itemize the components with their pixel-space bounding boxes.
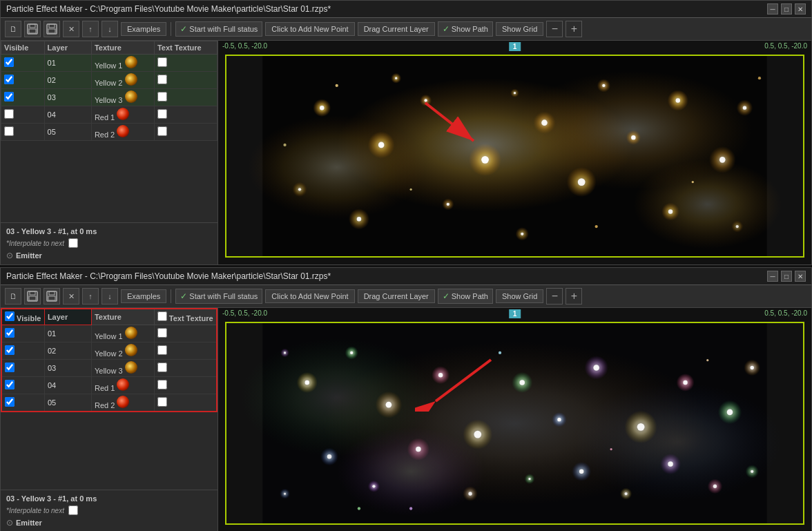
top-row3-text-check[interactable] <box>157 92 167 102</box>
top-row3-visible[interactable] <box>1 89 45 106</box>
top-zoom-out-icon[interactable]: − <box>546 21 563 37</box>
top-close-btn[interactable]: ✕ <box>795 3 806 15</box>
top-delete-icon[interactable]: ✕ <box>63 21 79 37</box>
top-row5-text[interactable] <box>154 124 217 141</box>
svg-point-93 <box>372 485 375 487</box>
table-row[interactable]: 02 Yellow 2 <box>1 342 217 360</box>
top-row5-check[interactable] <box>4 126 14 136</box>
svg-point-91 <box>327 454 331 458</box>
top-maximize-btn[interactable]: □ <box>781 3 792 15</box>
top-emitter-expand-icon[interactable]: ⊙ <box>6 251 13 260</box>
table-row[interactable]: 03 Yellow 3 <box>1 360 217 377</box>
top-save-icon[interactable] <box>44 21 60 37</box>
bottom-row4-check[interactable] <box>5 380 14 389</box>
top-row3-id: 03 <box>44 89 91 106</box>
bottom-up-icon[interactable]: ↑ <box>82 288 99 305</box>
bottom-close-btn[interactable]: ✕ <box>795 271 806 282</box>
bottom-show-path-btn[interactable]: ✓ Show Path <box>438 289 493 304</box>
top-col-texture: Texture <box>91 41 154 55</box>
bottom-row3-text[interactable] <box>154 360 217 377</box>
bottom-row2-text-check[interactable] <box>157 345 167 355</box>
bottom-row2-check[interactable] <box>5 345 14 355</box>
bottom-maximize-btn[interactable]: □ <box>781 271 792 282</box>
top-row4-visible[interactable] <box>1 106 45 124</box>
top-row2-check[interactable] <box>4 75 14 84</box>
table-row[interactable]: 05 Red 2 <box>1 124 218 141</box>
bottom-show-grid-btn[interactable]: Show Grid <box>496 289 543 303</box>
bottom-row1-visible[interactable] <box>1 325 44 342</box>
top-row5-text-check[interactable] <box>157 126 167 136</box>
bottom-row3-text-check[interactable] <box>157 363 167 372</box>
bottom-down-icon[interactable]: ↓ <box>102 288 118 305</box>
bottom-row3-check[interactable] <box>5 363 14 372</box>
top-row2-text-check[interactable] <box>157 75 167 84</box>
top-row3-check[interactable] <box>4 92 14 102</box>
table-row[interactable]: 03 Yellow 3 <box>1 89 218 106</box>
bottom-row1-text-check[interactable] <box>157 328 167 338</box>
top-row1-visible[interactable] <box>1 55 45 72</box>
top-row4-text[interactable] <box>154 106 217 124</box>
bottom-zoom-out-icon[interactable]: − <box>546 288 563 305</box>
top-new-icon[interactable]: 🗋 <box>5 21 21 37</box>
bottom-emitter-expand-icon[interactable]: ⊙ <box>6 518 13 528</box>
top-zoom-in-icon[interactable]: + <box>566 21 582 37</box>
top-start-full-btn[interactable]: ✓ Start with Full status <box>175 21 262 37</box>
bottom-save-icon[interactable] <box>44 288 60 305</box>
table-row[interactable]: 02 Yellow 2 <box>1 72 218 89</box>
top-row1-check[interactable] <box>4 57 14 67</box>
bottom-text-all-check[interactable] <box>157 311 167 321</box>
top-row4-text-check[interactable] <box>157 109 167 119</box>
top-row5-visible[interactable] <box>1 124 45 141</box>
bottom-row2-text[interactable] <box>154 342 217 360</box>
table-row[interactable]: 04 Red 1 <box>1 377 217 394</box>
bottom-start-full-check: ✓ <box>180 291 187 301</box>
top-row3-text[interactable] <box>154 89 217 106</box>
top-down-icon[interactable]: ↓ <box>102 21 118 37</box>
table-row[interactable]: 01 Yellow 1 <box>1 55 218 72</box>
svg-point-10 <box>248 115 426 219</box>
top-particle-canvas[interactable] <box>225 55 804 258</box>
bottom-start-full-btn[interactable]: ✓ Start with Full status <box>175 289 262 304</box>
top-up-icon[interactable]: ↑ <box>82 21 99 37</box>
top-col-text-texture: Text Texture <box>154 41 217 55</box>
bottom-delete-icon[interactable]: ✕ <box>63 288 79 305</box>
table-row[interactable]: 05 Red 2 <box>1 394 217 412</box>
bottom-row2-visible[interactable] <box>1 342 44 360</box>
bottom-add-point-btn[interactable]: Click to Add New Point <box>265 289 354 303</box>
top-row1-text-check[interactable] <box>157 57 167 67</box>
bottom-minimize-btn[interactable]: ─ <box>767 271 778 282</box>
top-show-grid-btn[interactable]: Show Grid <box>496 22 543 36</box>
bottom-particle-canvas[interactable] <box>225 322 804 525</box>
bottom-save-add-icon[interactable] <box>24 288 41 305</box>
bottom-row4-text[interactable] <box>154 377 217 394</box>
top-examples-btn[interactable]: Examples <box>121 22 166 36</box>
top-show-path-btn[interactable]: ✓ Show Path <box>438 21 493 37</box>
top-row2-visible[interactable] <box>1 72 45 89</box>
bottom-row4-text-check[interactable] <box>157 380 167 389</box>
bottom-zoom-in-icon[interactable]: + <box>566 288 582 305</box>
bottom-row5-check[interactable] <box>5 397 14 407</box>
top-interpolate-check[interactable] <box>68 238 78 248</box>
top-row2-text[interactable] <box>154 72 217 89</box>
bottom-row5-text[interactable] <box>154 394 217 412</box>
top-coords-tl: -0.5, 0.5, -20.0 <box>222 42 267 50</box>
top-row4-check[interactable] <box>4 109 14 119</box>
bottom-row5-visible[interactable] <box>1 394 44 412</box>
bottom-row1-check[interactable] <box>5 328 14 338</box>
top-save-add-icon[interactable] <box>24 21 41 37</box>
bottom-drag-layer-btn[interactable]: Drag Current Layer <box>358 289 435 303</box>
bottom-row4-visible[interactable] <box>1 377 44 394</box>
bottom-row5-text-check[interactable] <box>157 397 167 407</box>
bottom-row3-visible[interactable] <box>1 360 44 377</box>
bottom-row1-text[interactable] <box>154 325 217 342</box>
bottom-interpolate-check[interactable] <box>68 505 78 515</box>
bottom-visible-all-check[interactable] <box>5 311 14 321</box>
top-minimize-btn[interactable]: ─ <box>767 3 778 15</box>
bottom-examples-btn[interactable]: Examples <box>121 289 166 303</box>
bottom-new-icon[interactable]: 🗋 <box>5 288 21 305</box>
top-row1-text[interactable] <box>154 55 217 72</box>
table-row[interactable]: 01 Yellow 1 <box>1 325 217 342</box>
table-row[interactable]: 04 Red 1 <box>1 106 218 124</box>
top-drag-layer-btn[interactable]: Drag Current Layer <box>358 22 435 36</box>
top-add-point-btn[interactable]: Click to Add New Point <box>265 22 354 36</box>
